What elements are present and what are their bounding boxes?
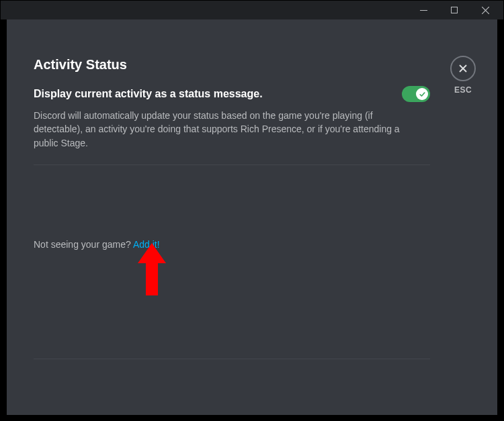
page-title: Activity Status [34,57,430,73]
settings-panel: ESC Activity Status Display current acti… [7,19,497,415]
close-area: ESC [450,56,476,95]
x-icon [458,63,468,74]
add-game-link[interactable]: Add it! [133,239,160,250]
minimize-button[interactable] [408,1,439,19]
window-frame: ESC Activity Status Display current acti… [0,0,504,421]
divider [34,359,430,359]
activity-status-description: Discord will automatically update your s… [34,109,410,150]
esc-label: ESC [450,85,476,95]
activity-status-label: Display current activity as a status mes… [34,88,263,100]
titlebar [1,1,503,19]
content-column: Activity Status Display current activity… [34,57,430,359]
window-close-button[interactable] [470,1,501,19]
close-icon [482,7,489,14]
game-prompt-text: Not seeing your game? [34,239,133,250]
check-icon [419,91,426,98]
svg-rect-1 [452,7,458,13]
toggle-knob [416,88,428,100]
divider [34,165,430,165]
minimize-icon [420,10,427,11]
activity-status-toggle[interactable] [402,86,430,102]
maximize-button[interactable] [439,1,470,19]
close-settings-button[interactable] [450,56,476,81]
activity-status-setting-row: Display current activity as a status mes… [34,86,430,102]
maximize-icon [451,7,458,13]
game-detection-row: Not seeing your game? Add it! [34,239,430,250]
